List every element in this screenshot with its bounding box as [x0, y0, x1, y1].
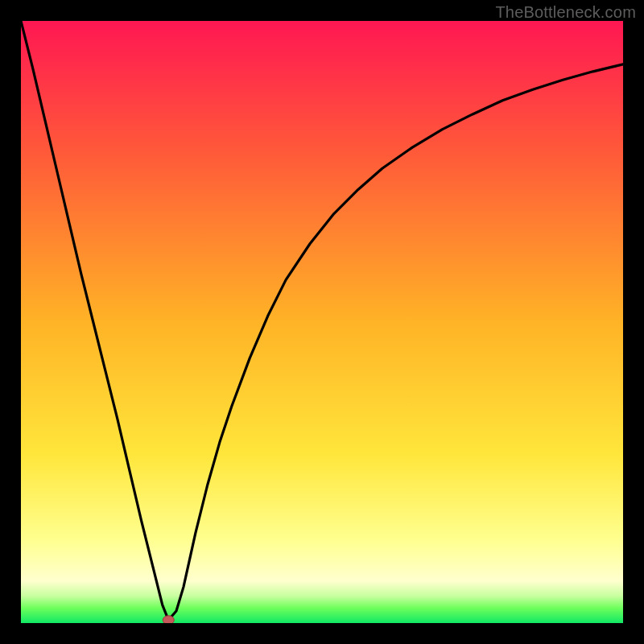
chart-frame: TheBottleneck.com: [0, 0, 644, 644]
chart-svg: [21, 21, 623, 623]
plot-area: [21, 21, 623, 623]
minimum-marker: [163, 616, 174, 623]
watermark-text: TheBottleneck.com: [495, 3, 636, 22]
gradient-background: [21, 21, 623, 623]
